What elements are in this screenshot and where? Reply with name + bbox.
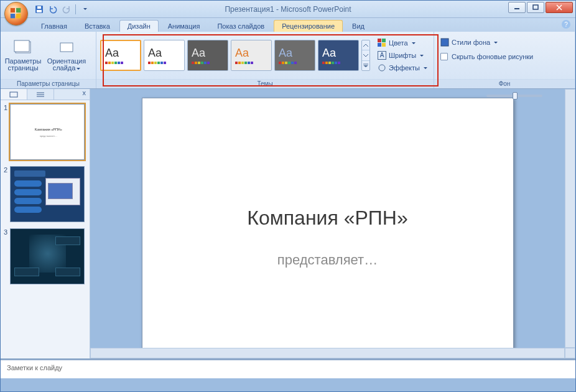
gallery-row-down-button[interactable] <box>362 50 369 60</box>
theme-item[interactable]: Aa <box>318 40 359 71</box>
effects-icon <box>378 63 386 72</box>
theme-item[interactable]: Aa <box>187 40 228 71</box>
orientation-button[interactable]: Ориентация слайда <box>44 35 89 76</box>
undo-icon[interactable] <box>48 4 58 14</box>
page-setup-button[interactable]: Параметры страницы <box>4 35 42 76</box>
theme-preview-text: Aa <box>279 47 315 60</box>
svg-rect-15 <box>378 43 381 47</box>
slide-thumb-3[interactable] <box>10 228 85 284</box>
svg-rect-18 <box>441 39 448 46</box>
hide-bg-checkbox[interactable]: Скрыть фоновые рисунки <box>438 52 536 62</box>
zoom-slider[interactable] <box>486 95 542 97</box>
theme-item[interactable]: Aa <box>231 40 272 71</box>
tab-slideshow[interactable]: Показ слайдов <box>209 20 272 32</box>
svg-rect-2 <box>11 14 15 18</box>
panel-close-button[interactable]: x <box>79 89 90 100</box>
svg-rect-0 <box>11 7 15 12</box>
maximize-button[interactable] <box>527 2 544 13</box>
tab-review[interactable]: Рецензирование <box>274 20 343 32</box>
themes-gallery: AaAaAaAaAaAa <box>100 40 359 71</box>
svg-rect-5 <box>37 6 41 9</box>
svg-rect-19 <box>10 92 17 97</box>
svg-rect-10 <box>14 40 29 52</box>
gallery-more-button[interactable] <box>362 61 369 70</box>
theme-swatches <box>105 62 140 64</box>
bg-styles-label: Стили фона <box>452 39 490 46</box>
theme-item[interactable]: Aa <box>100 40 141 71</box>
minimize-button[interactable] <box>508 2 526 13</box>
theme-item[interactable]: Aa <box>144 40 185 71</box>
theme-preview-text: Aa <box>192 47 228 60</box>
tab-design[interactable]: Дизайн <box>119 20 159 32</box>
fonts-icon: A <box>378 51 386 60</box>
theme-swatches <box>322 62 358 64</box>
notes-pane[interactable]: Заметки к слайду <box>1 358 575 378</box>
save-icon[interactable] <box>34 4 44 14</box>
svg-point-17 <box>379 65 385 71</box>
redo-icon[interactable] <box>62 4 72 14</box>
svg-rect-16 <box>382 43 386 47</box>
svg-rect-14 <box>382 39 386 42</box>
theme-colors-label: Цвета <box>389 39 408 47</box>
slide-thumb-1[interactable]: Компания «РПН»представляет… <box>10 104 85 160</box>
pagesetup-group-label: Параметры страницы <box>1 79 96 88</box>
thumb-number: 2 <box>2 166 7 222</box>
theme-item[interactable]: Aa <box>274 40 315 71</box>
office-button[interactable] <box>4 2 28 26</box>
svg-rect-6 <box>37 10 42 12</box>
hide-bg-label: Скрыть фоновые рисунки <box>452 53 533 60</box>
bg-styles-icon <box>440 38 449 47</box>
bg-group-label: Фон <box>434 79 575 88</box>
background-styles-button[interactable]: Стили фона <box>438 37 500 48</box>
qat-customize-icon[interactable] <box>80 4 90 14</box>
theme-fonts-button[interactable]: A Шрифты <box>375 50 430 61</box>
page-setup-label: Параметры страницы <box>4 58 42 72</box>
theme-fonts-label: Шрифты <box>389 52 416 59</box>
theme-preview-text: Aa <box>148 47 184 60</box>
theme-preview-text: Aa <box>322 47 358 60</box>
svg-rect-1 <box>16 7 21 12</box>
slide-thumb-2[interactable] <box>10 166 85 222</box>
thumb-number: 1 <box>2 104 7 160</box>
gallery-scroll <box>361 40 370 71</box>
theme-effects-button[interactable]: Эффекты <box>375 62 430 73</box>
svg-rect-8 <box>533 5 538 9</box>
tab-view[interactable]: Вид <box>344 20 373 32</box>
theme-preview-text: Aa <box>105 47 140 60</box>
thumb-number: 3 <box>2 228 7 284</box>
panel-tab-slides[interactable] <box>1 89 27 100</box>
tab-insert[interactable]: Вставка <box>77 20 118 32</box>
horizontal-scrollbar[interactable] <box>90 348 565 358</box>
svg-rect-11 <box>60 43 73 52</box>
quick-access-toolbar <box>34 4 90 14</box>
colors-icon <box>378 39 386 47</box>
theme-swatches <box>235 62 271 64</box>
vertical-scrollbar[interactable] <box>565 89 575 348</box>
checkbox-box <box>440 53 448 60</box>
tab-animation[interactable]: Анимация <box>160 20 208 32</box>
zoom-slider-thumb[interactable] <box>513 92 518 100</box>
slide-title: Компания «РПН» <box>247 207 407 230</box>
theme-swatches <box>148 62 184 64</box>
notes-placeholder: Заметки к слайду <box>7 364 62 371</box>
slide-subtitle: представляет… <box>277 252 378 268</box>
help-icon[interactable]: ? <box>562 20 570 29</box>
slide-canvas[interactable]: Компания «РПН» представляет… <box>142 98 514 348</box>
themes-group-label: Темы <box>96 79 434 88</box>
theme-swatches <box>192 62 228 64</box>
theme-effects-label: Эффекты <box>389 64 420 72</box>
svg-rect-13 <box>378 39 381 42</box>
panel-tab-outline[interactable] <box>27 89 54 100</box>
theme-swatches <box>279 62 315 64</box>
theme-preview-text: Aa <box>235 47 271 60</box>
close-button[interactable] <box>546 2 573 13</box>
svg-rect-3 <box>16 14 21 18</box>
tab-home[interactable]: Главная <box>33 20 75 32</box>
theme-colors-button[interactable]: Цвета <box>375 37 430 49</box>
gallery-row-up-button[interactable] <box>362 40 369 50</box>
